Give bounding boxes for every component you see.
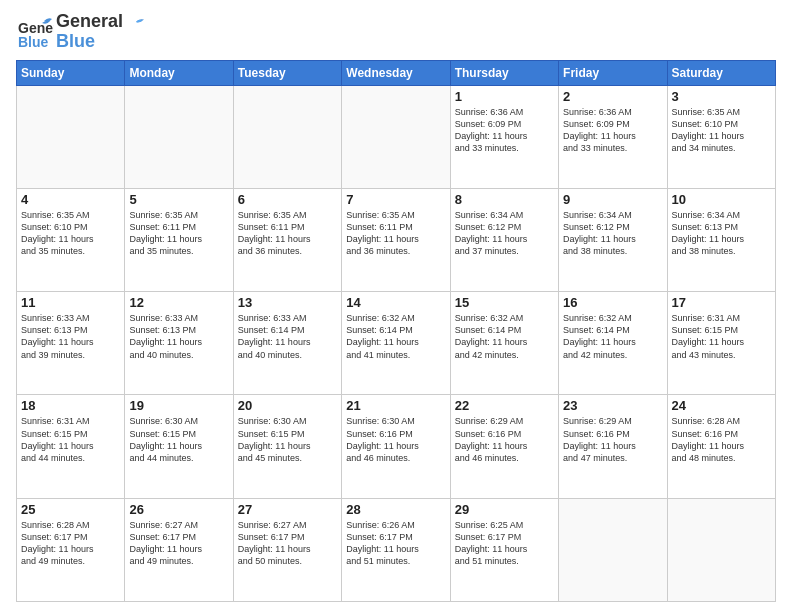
day-number: 29 (455, 502, 554, 517)
day-cell: 26Sunrise: 6:27 AM Sunset: 6:17 PM Dayli… (125, 498, 233, 601)
day-number: 13 (238, 295, 337, 310)
day-cell: 24Sunrise: 6:28 AM Sunset: 6:16 PM Dayli… (667, 395, 775, 498)
day-info: Sunrise: 6:29 AM Sunset: 6:16 PM Dayligh… (563, 415, 662, 464)
day-info: Sunrise: 6:26 AM Sunset: 6:17 PM Dayligh… (346, 519, 445, 568)
weekday-sunday: Sunday (17, 60, 125, 85)
weekday-friday: Friday (559, 60, 667, 85)
day-cell: 3Sunrise: 6:35 AM Sunset: 6:10 PM Daylig… (667, 85, 775, 188)
day-info: Sunrise: 6:33 AM Sunset: 6:13 PM Dayligh… (129, 312, 228, 361)
day-number: 25 (21, 502, 120, 517)
day-number: 28 (346, 502, 445, 517)
day-cell: 16Sunrise: 6:32 AM Sunset: 6:14 PM Dayli… (559, 292, 667, 395)
day-cell: 11Sunrise: 6:33 AM Sunset: 6:13 PM Dayli… (17, 292, 125, 395)
day-cell: 18Sunrise: 6:31 AM Sunset: 6:15 PM Dayli… (17, 395, 125, 498)
day-number: 1 (455, 89, 554, 104)
page: General Blue General Blue (0, 0, 792, 612)
weekday-tuesday: Tuesday (233, 60, 341, 85)
day-cell: 15Sunrise: 6:32 AM Sunset: 6:14 PM Dayli… (450, 292, 558, 395)
day-cell: 29Sunrise: 6:25 AM Sunset: 6:17 PM Dayli… (450, 498, 558, 601)
week-row-0: 1Sunrise: 6:36 AM Sunset: 6:09 PM Daylig… (17, 85, 776, 188)
day-cell: 22Sunrise: 6:29 AM Sunset: 6:16 PM Dayli… (450, 395, 558, 498)
day-number: 2 (563, 89, 662, 104)
day-number: 27 (238, 502, 337, 517)
weekday-monday: Monday (125, 60, 233, 85)
day-info: Sunrise: 6:34 AM Sunset: 6:12 PM Dayligh… (563, 209, 662, 258)
day-cell: 28Sunrise: 6:26 AM Sunset: 6:17 PM Dayli… (342, 498, 450, 601)
week-row-2: 11Sunrise: 6:33 AM Sunset: 6:13 PM Dayli… (17, 292, 776, 395)
day-cell: 17Sunrise: 6:31 AM Sunset: 6:15 PM Dayli… (667, 292, 775, 395)
day-info: Sunrise: 6:31 AM Sunset: 6:15 PM Dayligh… (21, 415, 120, 464)
week-row-1: 4Sunrise: 6:35 AM Sunset: 6:10 PM Daylig… (17, 188, 776, 291)
day-cell: 23Sunrise: 6:29 AM Sunset: 6:16 PM Dayli… (559, 395, 667, 498)
day-cell: 19Sunrise: 6:30 AM Sunset: 6:15 PM Dayli… (125, 395, 233, 498)
day-info: Sunrise: 6:33 AM Sunset: 6:14 PM Dayligh… (238, 312, 337, 361)
day-info: Sunrise: 6:28 AM Sunset: 6:16 PM Dayligh… (672, 415, 771, 464)
day-number: 14 (346, 295, 445, 310)
day-cell (559, 498, 667, 601)
day-cell: 7Sunrise: 6:35 AM Sunset: 6:11 PM Daylig… (342, 188, 450, 291)
day-info: Sunrise: 6:35 AM Sunset: 6:10 PM Dayligh… (672, 106, 771, 155)
week-row-4: 25Sunrise: 6:28 AM Sunset: 6:17 PM Dayli… (17, 498, 776, 601)
week-row-3: 18Sunrise: 6:31 AM Sunset: 6:15 PM Dayli… (17, 395, 776, 498)
day-cell (667, 498, 775, 601)
day-cell (342, 85, 450, 188)
logo-blue: Blue (56, 32, 144, 52)
svg-text:Blue: Blue (18, 34, 49, 50)
day-number: 3 (672, 89, 771, 104)
day-number: 15 (455, 295, 554, 310)
logo-icon: General Blue (16, 13, 54, 51)
day-cell: 27Sunrise: 6:27 AM Sunset: 6:17 PM Dayli… (233, 498, 341, 601)
weekday-wednesday: Wednesday (342, 60, 450, 85)
day-info: Sunrise: 6:35 AM Sunset: 6:10 PM Dayligh… (21, 209, 120, 258)
weekday-saturday: Saturday (667, 60, 775, 85)
day-number: 23 (563, 398, 662, 413)
day-info: Sunrise: 6:33 AM Sunset: 6:13 PM Dayligh… (21, 312, 120, 361)
day-info: Sunrise: 6:32 AM Sunset: 6:14 PM Dayligh… (563, 312, 662, 361)
day-cell: 20Sunrise: 6:30 AM Sunset: 6:15 PM Dayli… (233, 395, 341, 498)
bird-icon (128, 16, 144, 28)
header: General Blue General Blue (16, 12, 776, 52)
logo: General Blue General Blue (16, 12, 144, 52)
weekday-header-row: SundayMondayTuesdayWednesdayThursdayFrid… (17, 60, 776, 85)
day-info: Sunrise: 6:30 AM Sunset: 6:15 PM Dayligh… (129, 415, 228, 464)
day-info: Sunrise: 6:35 AM Sunset: 6:11 PM Dayligh… (346, 209, 445, 258)
day-cell: 14Sunrise: 6:32 AM Sunset: 6:14 PM Dayli… (342, 292, 450, 395)
day-number: 8 (455, 192, 554, 207)
day-number: 24 (672, 398, 771, 413)
day-number: 20 (238, 398, 337, 413)
logo-general: General (56, 12, 144, 32)
day-number: 22 (455, 398, 554, 413)
day-cell: 5Sunrise: 6:35 AM Sunset: 6:11 PM Daylig… (125, 188, 233, 291)
calendar-table: SundayMondayTuesdayWednesdayThursdayFrid… (16, 60, 776, 602)
day-info: Sunrise: 6:31 AM Sunset: 6:15 PM Dayligh… (672, 312, 771, 361)
day-info: Sunrise: 6:25 AM Sunset: 6:17 PM Dayligh… (455, 519, 554, 568)
weekday-thursday: Thursday (450, 60, 558, 85)
day-info: Sunrise: 6:29 AM Sunset: 6:16 PM Dayligh… (455, 415, 554, 464)
day-info: Sunrise: 6:30 AM Sunset: 6:16 PM Dayligh… (346, 415, 445, 464)
day-cell: 9Sunrise: 6:34 AM Sunset: 6:12 PM Daylig… (559, 188, 667, 291)
day-info: Sunrise: 6:35 AM Sunset: 6:11 PM Dayligh… (129, 209, 228, 258)
day-cell: 12Sunrise: 6:33 AM Sunset: 6:13 PM Dayli… (125, 292, 233, 395)
day-number: 4 (21, 192, 120, 207)
day-info: Sunrise: 6:27 AM Sunset: 6:17 PM Dayligh… (238, 519, 337, 568)
day-cell: 10Sunrise: 6:34 AM Sunset: 6:13 PM Dayli… (667, 188, 775, 291)
day-number: 17 (672, 295, 771, 310)
day-cell: 13Sunrise: 6:33 AM Sunset: 6:14 PM Dayli… (233, 292, 341, 395)
day-number: 7 (346, 192, 445, 207)
day-info: Sunrise: 6:35 AM Sunset: 6:11 PM Dayligh… (238, 209, 337, 258)
day-info: Sunrise: 6:30 AM Sunset: 6:15 PM Dayligh… (238, 415, 337, 464)
day-number: 12 (129, 295, 228, 310)
day-cell: 8Sunrise: 6:34 AM Sunset: 6:12 PM Daylig… (450, 188, 558, 291)
day-cell: 21Sunrise: 6:30 AM Sunset: 6:16 PM Dayli… (342, 395, 450, 498)
day-info: Sunrise: 6:34 AM Sunset: 6:13 PM Dayligh… (672, 209, 771, 258)
day-number: 6 (238, 192, 337, 207)
day-info: Sunrise: 6:34 AM Sunset: 6:12 PM Dayligh… (455, 209, 554, 258)
day-number: 18 (21, 398, 120, 413)
day-cell (17, 85, 125, 188)
day-cell: 2Sunrise: 6:36 AM Sunset: 6:09 PM Daylig… (559, 85, 667, 188)
day-info: Sunrise: 6:32 AM Sunset: 6:14 PM Dayligh… (346, 312, 445, 361)
day-number: 21 (346, 398, 445, 413)
day-cell: 6Sunrise: 6:35 AM Sunset: 6:11 PM Daylig… (233, 188, 341, 291)
day-number: 26 (129, 502, 228, 517)
day-cell: 25Sunrise: 6:28 AM Sunset: 6:17 PM Dayli… (17, 498, 125, 601)
